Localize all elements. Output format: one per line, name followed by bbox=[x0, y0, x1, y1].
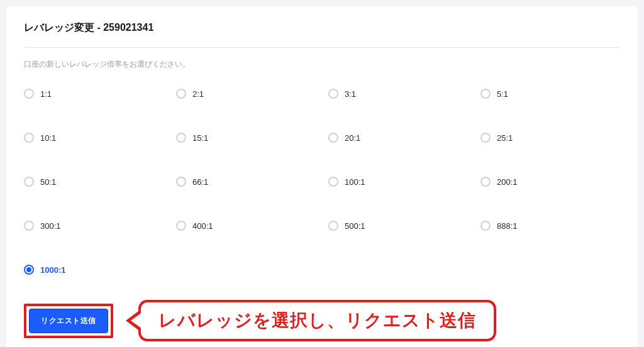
radio-icon bbox=[328, 133, 338, 143]
leverage-option-label: 3:1 bbox=[345, 89, 356, 99]
leverage-change-card: レバレッジ変更 - 259021341 口座の新しいレバレッジ倍率をお選びくださ… bbox=[6, 6, 638, 347]
leverage-option-label: 66:1 bbox=[192, 177, 208, 187]
radio-icon bbox=[480, 89, 491, 99]
leverage-option-label: 100:1 bbox=[345, 177, 365, 187]
leverage-option-label: 400:1 bbox=[192, 221, 213, 231]
radio-icon bbox=[176, 89, 186, 99]
leverage-option-label: 500:1 bbox=[345, 221, 365, 231]
description-text: 口座の新しいレバレッジ倍率をお選びください。 bbox=[24, 59, 620, 70]
submit-row: リクエスト送信 レバレッジを選択し、リクエスト送信 bbox=[24, 300, 620, 341]
leverage-option[interactable]: 200:1 bbox=[480, 177, 620, 187]
leverage-options-grid: 1:12:13:15:110:115:120:125:150:166:1100:… bbox=[24, 89, 620, 275]
leverage-option[interactable]: 888:1 bbox=[480, 221, 620, 231]
leverage-option[interactable]: 10:1 bbox=[24, 133, 164, 143]
leverage-option[interactable]: 66:1 bbox=[176, 177, 316, 187]
radio-icon bbox=[24, 89, 34, 99]
radio-icon bbox=[24, 133, 34, 143]
leverage-option-label: 20:1 bbox=[345, 133, 360, 143]
leverage-option[interactable]: 400:1 bbox=[176, 221, 316, 231]
annotation-callout: レバレッジを選択し、リクエスト送信 bbox=[126, 300, 496, 341]
leverage-option-label: 1000:1 bbox=[40, 265, 65, 275]
divider bbox=[24, 47, 620, 48]
annotation-text: レバレッジを選択し、リクエスト送信 bbox=[138, 300, 496, 341]
leverage-option-label: 25:1 bbox=[497, 133, 513, 143]
leverage-option[interactable]: 1000:1 bbox=[24, 265, 164, 275]
leverage-option-label: 2:1 bbox=[192, 89, 204, 99]
radio-icon bbox=[480, 177, 491, 187]
radio-icon bbox=[328, 221, 338, 231]
leverage-option-label: 300:1 bbox=[40, 221, 61, 231]
leverage-option[interactable]: 5:1 bbox=[480, 89, 620, 99]
leverage-option-label: 5:1 bbox=[497, 89, 508, 99]
leverage-option-label: 888:1 bbox=[497, 221, 518, 231]
submit-request-button[interactable]: リクエスト送信 bbox=[29, 309, 108, 333]
radio-icon bbox=[328, 177, 338, 187]
leverage-option[interactable]: 20:1 bbox=[328, 133, 468, 143]
leverage-option[interactable]: 500:1 bbox=[328, 221, 468, 231]
radio-icon bbox=[176, 221, 186, 231]
radio-icon bbox=[176, 177, 186, 187]
leverage-option[interactable]: 50:1 bbox=[24, 177, 164, 187]
radio-icon bbox=[480, 133, 491, 143]
leverage-option[interactable]: 25:1 bbox=[480, 133, 620, 143]
leverage-option-label: 15:1 bbox=[192, 133, 208, 143]
leverage-option-label: 10:1 bbox=[40, 133, 56, 143]
radio-icon bbox=[24, 177, 34, 187]
leverage-option[interactable]: 3:1 bbox=[328, 89, 468, 99]
radio-icon bbox=[480, 221, 491, 231]
radio-icon bbox=[176, 133, 186, 143]
annotation-tail-icon bbox=[126, 309, 141, 332]
radio-icon bbox=[24, 221, 34, 231]
radio-icon bbox=[328, 89, 338, 99]
leverage-option[interactable]: 2:1 bbox=[176, 89, 316, 99]
page-title: レバレッジ変更 - 259021341 bbox=[24, 21, 620, 35]
leverage-option-label: 200:1 bbox=[497, 177, 518, 187]
submit-highlight-box: リクエスト送信 bbox=[24, 304, 113, 338]
leverage-option[interactable]: 300:1 bbox=[24, 221, 164, 231]
leverage-option[interactable]: 1:1 bbox=[24, 89, 164, 99]
leverage-option-label: 1:1 bbox=[40, 89, 52, 99]
leverage-option[interactable]: 15:1 bbox=[176, 133, 316, 143]
leverage-option-label: 50:1 bbox=[40, 177, 56, 187]
radio-icon bbox=[24, 265, 34, 275]
leverage-option[interactable]: 100:1 bbox=[328, 177, 468, 187]
